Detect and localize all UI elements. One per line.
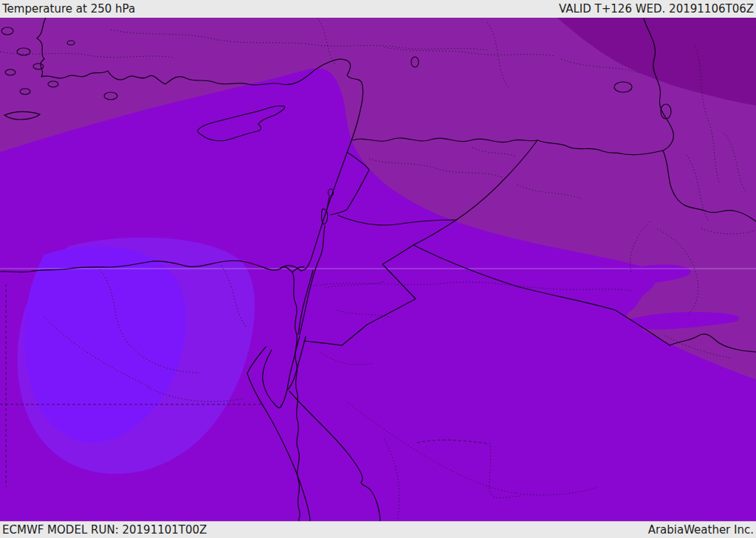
footer-bar: ECMWF MODEL RUN: 20191101T00Z ArabiaWeat… bbox=[0, 521, 756, 538]
valid-time-label: VALID T+126 WED. 20191106T06Z bbox=[559, 2, 754, 15]
brand-label: ArabiaWeather Inc. bbox=[648, 523, 754, 537]
weather-map-app: Temperature at 250 hPa VALID T+126 WED. … bbox=[0, 0, 756, 538]
header-bar: Temperature at 250 hPa VALID T+126 WED. … bbox=[0, 0, 756, 18]
map-title: Temperature at 250 hPa bbox=[2, 2, 135, 15]
model-run-label: ECMWF MODEL RUN: 20191101T00Z bbox=[2, 523, 207, 537]
temperature-map-svg bbox=[0, 18, 756, 521]
map-canvas bbox=[0, 18, 756, 521]
